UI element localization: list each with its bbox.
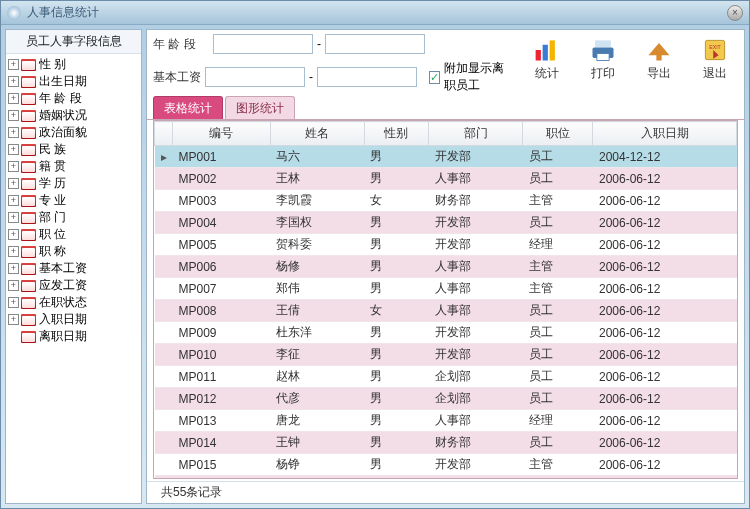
- expand-icon[interactable]: +: [8, 297, 19, 308]
- expand-icon[interactable]: +: [8, 229, 19, 240]
- stat-label: 统计: [535, 65, 559, 82]
- expand-icon[interactable]: +: [8, 314, 19, 325]
- tree-item[interactable]: +籍 贯: [6, 158, 141, 175]
- table-row[interactable]: MP011赵林男企划部员工2006-06-12: [155, 366, 737, 388]
- tree-item-label: 入职日期: [39, 311, 87, 328]
- folder-icon: [21, 297, 36, 309]
- svg-rect-2: [550, 40, 555, 60]
- tab-chart[interactable]: 图形统计: [225, 96, 295, 119]
- table-row[interactable]: ▸MP001马六男开发部员工2004-12-12: [155, 146, 737, 168]
- record-count: 共55条记录: [147, 481, 744, 503]
- tree-item[interactable]: +部 门: [6, 209, 141, 226]
- expand-icon[interactable]: +: [8, 195, 19, 206]
- row-marker: [155, 454, 173, 476]
- tree-item[interactable]: +应发工资: [6, 277, 141, 294]
- table-row[interactable]: MP016123男开发部主管2009-03-11: [155, 476, 737, 480]
- tab-table[interactable]: 表格统计: [153, 96, 223, 119]
- expand-icon[interactable]: +: [8, 263, 19, 274]
- cell: 赵林: [270, 366, 364, 388]
- tree-item[interactable]: +职 位: [6, 226, 141, 243]
- dash: -: [317, 37, 321, 51]
- grid-wrap[interactable]: 编号姓名性别部门职位入职日期 ▸MP001马六男开发部员工2004-12-12M…: [153, 120, 738, 479]
- tree-item[interactable]: +职 称: [6, 243, 141, 260]
- column-header[interactable]: 职位: [523, 122, 593, 146]
- table-row[interactable]: MP008王倩女人事部员工2006-06-12: [155, 300, 737, 322]
- stat-button[interactable]: 统计: [524, 34, 570, 84]
- tree-item[interactable]: +出生日期: [6, 73, 141, 90]
- svg-rect-6: [656, 50, 661, 61]
- row-marker: [155, 300, 173, 322]
- cell: 2006-06-12: [593, 454, 737, 476]
- show-resigned-checkbox[interactable]: ✓: [429, 71, 440, 84]
- tree-item[interactable]: +专 业: [6, 192, 141, 209]
- salary-to-input[interactable]: [317, 67, 417, 87]
- cell: 人事部: [429, 278, 523, 300]
- expand-icon[interactable]: +: [8, 144, 19, 155]
- svg-rect-1: [543, 45, 548, 61]
- cell: 唐龙: [270, 410, 364, 432]
- age-from-input[interactable]: [213, 34, 313, 54]
- tree-item[interactable]: +政治面貌: [6, 124, 141, 141]
- cell: 员工: [523, 300, 593, 322]
- table-row[interactable]: MP005贺科委男开发部经理2006-06-12: [155, 234, 737, 256]
- expand-icon[interactable]: +: [8, 246, 19, 257]
- table-row[interactable]: MP015杨铮男开发部主管2006-06-12: [155, 454, 737, 476]
- table-row[interactable]: MP012代彦男企划部员工2006-06-12: [155, 388, 737, 410]
- cell: 员工: [523, 344, 593, 366]
- row-marker: [155, 278, 173, 300]
- close-icon[interactable]: ×: [727, 5, 743, 21]
- tree-item[interactable]: +婚姻状况: [6, 107, 141, 124]
- cell: 2006-06-12: [593, 344, 737, 366]
- cell: 男: [364, 234, 429, 256]
- tree[interactable]: +性 别+出生日期+年 龄 段+婚姻状况+政治面貌+民 族+籍 贯+学 历+专 …: [6, 54, 141, 503]
- expand-icon[interactable]: +: [8, 178, 19, 189]
- expand-icon[interactable]: +: [8, 161, 19, 172]
- expand-icon[interactable]: +: [8, 76, 19, 87]
- tree-item[interactable]: +年 龄 段: [6, 90, 141, 107]
- expand-icon[interactable]: +: [8, 59, 19, 70]
- cell: 人事部: [429, 300, 523, 322]
- table-row[interactable]: MP014王钟男财务部员工2006-06-12: [155, 432, 737, 454]
- expand-icon[interactable]: +: [8, 127, 19, 138]
- cell: 人事部: [429, 256, 523, 278]
- tree-item[interactable]: +入职日期: [6, 311, 141, 328]
- print-button[interactable]: 打印: [580, 34, 626, 84]
- table-row[interactable]: MP013唐龙男人事部经理2006-06-12: [155, 410, 737, 432]
- table-row[interactable]: MP002王林男人事部员工2006-06-12: [155, 168, 737, 190]
- table-row[interactable]: MP009杜东洋男开发部员工2006-06-12: [155, 322, 737, 344]
- tree-item[interactable]: +学 历: [6, 175, 141, 192]
- column-header[interactable]: 编号: [173, 122, 271, 146]
- tree-item[interactable]: 离职日期: [6, 328, 141, 345]
- column-header[interactable]: 姓名: [270, 122, 364, 146]
- filter-age-row: 年 龄 段 -: [153, 34, 512, 54]
- tree-item[interactable]: +民 族: [6, 141, 141, 158]
- tree-item[interactable]: +在职状态: [6, 294, 141, 311]
- expand-icon[interactable]: +: [8, 280, 19, 291]
- exit-button[interactable]: EXIT 退出: [692, 34, 738, 84]
- cell: 王钟: [270, 432, 364, 454]
- tree-item[interactable]: +性 别: [6, 56, 141, 73]
- column-header[interactable]: 入职日期: [593, 122, 737, 146]
- main-panel: 年 龄 段 - 基本工资 - ✓ 附加显示离职员工: [146, 29, 745, 504]
- cell: 2006-06-12: [593, 388, 737, 410]
- table-row[interactable]: MP007郑伟男人事部主管2006-06-12: [155, 278, 737, 300]
- salary-from-input[interactable]: [205, 67, 305, 87]
- table-row[interactable]: MP004李国权男开发部员工2006-06-12: [155, 212, 737, 234]
- cell: 财务部: [429, 432, 523, 454]
- tree-item[interactable]: +基本工资: [6, 260, 141, 277]
- export-button[interactable]: 导出: [636, 34, 682, 84]
- cell: 女: [364, 190, 429, 212]
- expand-icon[interactable]: +: [8, 212, 19, 223]
- expand-icon[interactable]: +: [8, 110, 19, 121]
- column-header[interactable]: 部门: [429, 122, 523, 146]
- cell: 经理: [523, 410, 593, 432]
- table-row[interactable]: MP006杨修男人事部主管2006-06-12: [155, 256, 737, 278]
- expand-icon[interactable]: +: [8, 93, 19, 104]
- checkbox-label: 附加显示离职员工: [444, 60, 512, 94]
- age-to-input[interactable]: [325, 34, 425, 54]
- cell: 员工: [523, 212, 593, 234]
- column-header[interactable]: 性别: [364, 122, 429, 146]
- cell: 人事部: [429, 410, 523, 432]
- table-row[interactable]: MP003李凯霞女财务部主管2006-06-12: [155, 190, 737, 212]
- table-row[interactable]: MP010李征男开发部员工2006-06-12: [155, 344, 737, 366]
